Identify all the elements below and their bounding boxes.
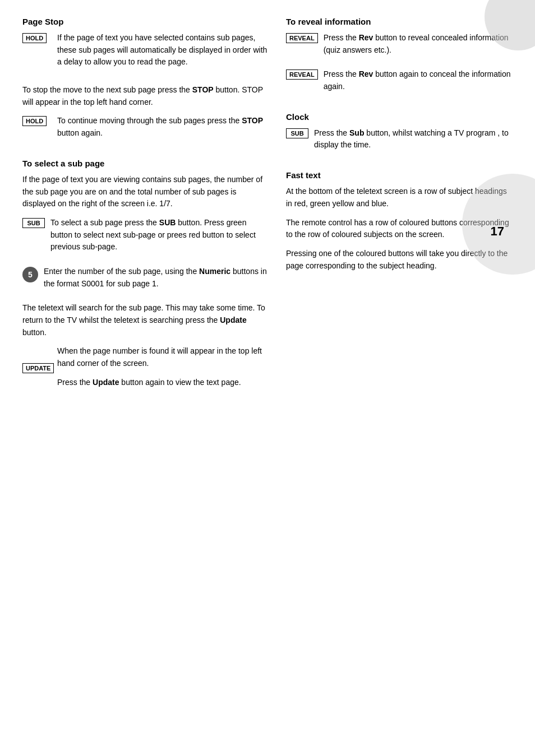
update-icon-col: UPDATE xyxy=(22,345,50,395)
sub-icon: SUB xyxy=(22,218,45,228)
reveal-info-section: To reveal information REVEAL Press the R… xyxy=(286,17,513,100)
select-sub-page-title: To select a sub page xyxy=(22,159,269,168)
clock-section: Clock SUB Press the Sub button, whilst w… xyxy=(286,112,513,158)
clock-para1: Press the Sub button, whilst watching a … xyxy=(314,127,513,151)
reveal-para1: Press the Rev button to reveal concealed… xyxy=(324,32,513,56)
hold-icon-col-1: HOLD xyxy=(22,32,50,75)
select-sub-page-section: To select a sub page If the page of text… xyxy=(22,159,269,396)
update-text-col: When the page number is found it will ap… xyxy=(57,345,269,395)
page-container: 17 Page Stop HOLD If the page of text yo… xyxy=(0,0,535,756)
select-sub-page-para1: If the page of text you are viewing cont… xyxy=(22,174,269,210)
page-stop-para2-block: To stop the move to the next sub page pr… xyxy=(22,84,269,108)
select-sub-para6: Press the Update button again to view th… xyxy=(57,377,269,389)
select-sub-para3: Enter the number of the sub page, using … xyxy=(44,266,269,290)
hold-icon-1: HOLD xyxy=(22,33,47,43)
reveal-para2: Press the Rev button again to conceal th… xyxy=(324,68,513,92)
reveal-icon-1: REVEAL xyxy=(286,33,318,43)
clock-title: Clock xyxy=(286,112,513,122)
hold-text-2: To continue moving through the sub pages… xyxy=(57,115,269,146)
hold-icon-col-2: HOLD xyxy=(22,115,50,146)
left-column: Page Stop HOLD If the page of text you h… xyxy=(22,17,269,407)
page-stop-para3: To continue moving through the sub pages… xyxy=(57,115,269,139)
hold-text-1: If the page of text you have selected co… xyxy=(57,32,269,75)
select-sub-para5: When the page number is found it will ap… xyxy=(57,345,269,369)
clock-sub-icon: SUB xyxy=(286,128,308,138)
clock-sub-row: SUB Press the Sub button, whilst watchin… xyxy=(286,127,513,158)
reveal-icon-2: REVEAL xyxy=(286,69,318,80)
select-sub-para4: The teletext will search for the sub pag… xyxy=(22,302,269,338)
number-5-icon: 5 xyxy=(22,267,38,282)
reveal-icon-row-2: REVEAL Press the Rev button again to con… xyxy=(286,68,513,99)
page-number: 17 xyxy=(491,224,504,239)
hold-section-2: HOLD To continue moving through the sub … xyxy=(22,115,269,146)
update-section: UPDATE When the page number is found it … xyxy=(22,345,269,395)
hold-icon-2: HOLD xyxy=(22,116,47,126)
fast-text-title: Fast text xyxy=(286,170,513,180)
select-sub-para2: To select a sub page press the SUB butto… xyxy=(50,217,269,253)
update-icon: UPDATE xyxy=(22,363,54,373)
page-stop-para1: If the page of text you have selected co… xyxy=(57,32,269,68)
page-stop-title: Page Stop xyxy=(22,17,269,26)
num-icon-row: 5 Enter the number of the sub page, usin… xyxy=(22,266,269,296)
page-stop-para2: To stop the move to the next sub page pr… xyxy=(22,84,269,108)
sub-icon-row: SUB To select a sub page press the SUB b… xyxy=(22,217,269,260)
two-column-layout: Page Stop HOLD If the page of text you h… xyxy=(22,17,513,407)
page-stop-section: Page Stop HOLD If the page of text you h… xyxy=(22,17,269,146)
reveal-icon-row-1: REVEAL Press the Rev button to reveal co… xyxy=(286,32,513,63)
reveal-info-title: To reveal information xyxy=(286,17,513,26)
hold-section-1: HOLD If the page of text you have select… xyxy=(22,32,269,75)
